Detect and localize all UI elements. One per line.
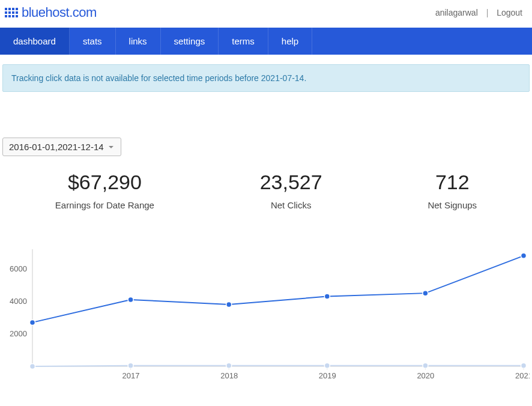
svg-text:6000: 6000 — [10, 264, 27, 273]
main-content: 2016-01-01,2021-12-14 $67,290 Earnings f… — [0, 102, 532, 384]
svg-point-21 — [30, 320, 35, 325]
line-chart: 20004000600020172018201920202021 — [2, 246, 530, 384]
logout-link[interactable]: Logout — [497, 8, 522, 17]
logo-text: bluehost.com — [22, 5, 97, 20]
svg-point-16 — [128, 363, 133, 368]
chevron-down-icon — [107, 144, 115, 151]
svg-point-23 — [226, 302, 232, 308]
svg-text:2000: 2000 — [10, 329, 27, 338]
date-range-label: 2016-01-01,2021-12-14 — [9, 142, 104, 152]
nav-settings[interactable]: settings — [161, 28, 219, 55]
svg-point-19 — [423, 363, 428, 368]
stat-label: Earnings for Date Range — [55, 200, 154, 210]
svg-text:2017: 2017 — [122, 371, 140, 380]
svg-point-15 — [30, 364, 35, 369]
svg-text:2021: 2021 — [515, 371, 530, 380]
svg-point-18 — [324, 363, 330, 368]
chart-svg: 20004000600020172018201920202021 — [2, 246, 530, 384]
svg-point-26 — [521, 253, 527, 258]
stats-row: $67,290 Earnings for Date Range 23,527 N… — [2, 171, 530, 210]
stat-value: $67,290 — [55, 171, 154, 194]
svg-point-24 — [324, 294, 330, 299]
stat-value: 23,527 — [260, 171, 322, 194]
separator: | — [486, 8, 489, 17]
svg-text:2018: 2018 — [220, 371, 238, 380]
nav-stats[interactable]: stats — [70, 28, 116, 55]
nav-links[interactable]: links — [116, 28, 161, 55]
nav-dashboard[interactable]: dashboard — [0, 28, 70, 55]
stat-earnings: $67,290 Earnings for Date Range — [55, 171, 154, 210]
stat-label: Net Clicks — [260, 200, 322, 210]
svg-point-22 — [128, 297, 133, 302]
stat-clicks: 23,527 Net Clicks — [260, 171, 322, 210]
main-nav: dashboard stats links settings terms hel… — [0, 28, 532, 55]
info-alert: Tracking click data is not available for… — [2, 64, 530, 92]
svg-text:4000: 4000 — [10, 297, 27, 306]
user-link[interactable]: anilagarwal — [435, 8, 478, 17]
date-range-selector[interactable]: 2016-01-01,2021-12-14 — [2, 138, 121, 156]
logo-grid-icon — [5, 8, 18, 17]
svg-point-20 — [521, 363, 527, 368]
svg-text:2020: 2020 — [417, 371, 434, 380]
logo[interactable]: bluehost.com — [5, 5, 97, 20]
header-user-area: anilagarwal | Logout — [435, 8, 522, 17]
svg-text:2019: 2019 — [319, 371, 336, 380]
stat-value: 712 — [428, 171, 477, 194]
nav-terms[interactable]: terms — [219, 28, 268, 55]
svg-point-25 — [423, 291, 428, 296]
svg-point-17 — [226, 363, 232, 368]
nav-help[interactable]: help — [268, 28, 312, 55]
header: bluehost.com anilagarwal | Logout — [0, 0, 532, 28]
stat-signups: 712 Net Signups — [428, 171, 477, 210]
alert-text: Tracking click data is not available for… — [11, 73, 306, 83]
stat-label: Net Signups — [428, 200, 477, 210]
